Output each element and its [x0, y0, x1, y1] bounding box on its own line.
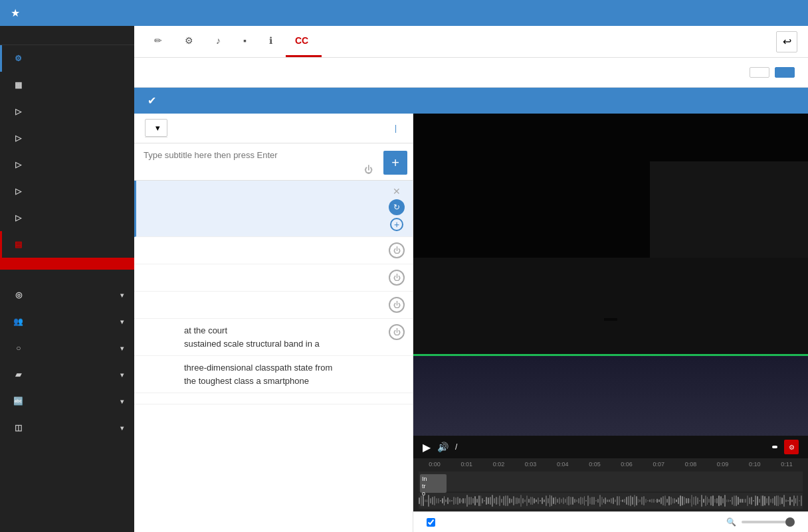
sidebar-item-community[interactable]: 👥 ▾ [0, 308, 134, 335]
sidebar-item-video-manager[interactable]: ▤ [0, 231, 134, 258]
subtitle-input-row: ⏻ + [134, 143, 413, 181]
sync-icon[interactable]: ↻ [389, 199, 405, 215]
chevron-down-icon: ▾ [120, 345, 124, 352]
sidebar-item-trend-alerts[interactable]: ▷ [0, 125, 134, 151]
alert-banner: ✔ [134, 88, 808, 114]
tab-audio[interactable]: ♪ [207, 26, 234, 57]
pause-while-typing-checkbox[interactable] [427, 518, 439, 527]
sidebar-item-dashboard[interactable]: ▦ [0, 72, 134, 98]
tab-cards[interactable]: ℹ [260, 26, 286, 57]
bottom-bar: 🔍 [413, 511, 808, 532]
chevron-down-icon: ▾ [120, 318, 124, 325]
translations-icon: 🔤 [13, 395, 25, 407]
video-panel: ▶ 🔊 / ⚙ 0:00 [413, 114, 808, 532]
subtitle-row: ⏻ [134, 264, 413, 292]
tab-info-settings[interactable]: ✏ [145, 26, 175, 57]
add-subtitle-button[interactable]: + [383, 151, 407, 175]
sidebar-item-translations[interactable]: 🔤 ▾ [0, 388, 134, 414]
sidebar-item-most-viewed[interactable]: ▷ [0, 151, 134, 178]
trend-icon: ▷ [13, 132, 25, 144]
zoom-out-icon[interactable]: 🔍 [726, 517, 736, 527]
video-controls: ▶ 🔊 / ⚙ [413, 436, 808, 458]
timeline-tick: 0:03 [515, 461, 547, 468]
subtitle-row: three-dimensional classpath state fromth… [134, 356, 413, 393]
sidebar-item-live-streaming[interactable]: ◎ ▾ [0, 282, 134, 308]
page-header [134, 58, 808, 88]
timeline-tick: 0:05 [579, 461, 611, 468]
sidebar-sub-item-videos[interactable] [0, 258, 134, 270]
subtitle-row-actions: ✕ ↻ + [389, 186, 405, 231]
videomanager-icon: ▤ [13, 238, 25, 250]
subtitle-editor-panel: ▾ | ⏻ + [134, 114, 413, 532]
video-main [413, 114, 808, 354]
subtitle-row-actions: ⏻ [389, 324, 405, 340]
subtitle-text-input[interactable] [144, 150, 369, 160]
add-row-icon[interactable]: + [390, 218, 403, 231]
sidebar-item-channel[interactable]: ○ ▾ [0, 335, 134, 361]
publish-edits-button[interactable] [775, 67, 795, 78]
volume-button[interactable]: 🔊 [437, 442, 449, 452]
subtitle-row-actions: ⏻ [389, 270, 405, 286]
sidebar-item-analytics[interactable]: ▰ ▾ [0, 361, 134, 388]
waveform: // Generate waveform bars inline const b… [419, 493, 803, 509]
timeline-tick: 0:00 [419, 461, 451, 468]
chevron-down-icon: ▾ [120, 371, 124, 379]
timeline-tick: 0:07 [643, 461, 674, 468]
pause-checkbox-input[interactable] [427, 518, 435, 527]
create-icon: ◫ [13, 422, 25, 434]
subtitle-list: ✕ ↻ + ⏻ [134, 181, 413, 532]
subtitle-text: at the courtsustained scale structural b… [179, 324, 389, 350]
power-icon[interactable]: ⏻ [389, 324, 405, 340]
sidebar-item-competitors[interactable]: ▷ [0, 98, 134, 125]
sidebar: ⚙ ▦ ▷ ▷ ▷ ▷ ▷ ▤ [0, 26, 134, 532]
play-button[interactable]: ▶ [423, 441, 431, 454]
audio-icon: ♪ [216, 35, 221, 46]
sidebar-item-back-to-studio[interactable]: ⚙ [0, 45, 134, 72]
power-icon[interactable]: ⏻ [389, 297, 405, 313]
achievements-icon: ▷ [13, 212, 25, 224]
power-icon[interactable]: ⏻ [389, 270, 405, 286]
video-container: ▶ 🔊 / ⚙ [413, 114, 808, 458]
sidebar-item-channel-audit[interactable]: ▷ [0, 178, 134, 205]
back-button[interactable]: ↩ [776, 31, 797, 52]
sidebar-sub-item-playlists[interactable] [0, 270, 134, 282]
subtitle-row-actions: ⏻ [389, 242, 405, 258]
tab-subtitles-cc[interactable]: CC [286, 26, 322, 57]
subtitle-row: at the courtsustained scale structural b… [134, 319, 413, 356]
community-icon: 👥 [13, 315, 25, 327]
tabs-bar: ✏ ⚙ ♪ ▪ ℹ CC ↩ [134, 26, 808, 58]
endscreen-icon: ▪ [243, 35, 247, 46]
chevron-down-icon: ▾ [120, 424, 124, 432]
tab-end-screen[interactable]: ▪ [234, 26, 260, 57]
content-area: ✏ ⚙ ♪ ▪ ℹ CC ↩ [134, 26, 808, 532]
delete-draft-button[interactable] [750, 67, 769, 78]
cc-button[interactable] [772, 446, 777, 448]
timeline-tick: 0:08 [674, 461, 706, 468]
close-icon[interactable]: ✕ [393, 186, 401, 197]
power-input-icon: ⏻ [364, 165, 373, 175]
notification-banner: ★ [0, 0, 808, 26]
zoom-control: 🔍 [726, 517, 795, 527]
enhancements-icon: ⚙ [185, 35, 193, 46]
editor-area: ▾ | ⏻ + [134, 114, 808, 532]
subtitle-text: three-dimensional classpath state fromth… [179, 361, 405, 387]
actions-bar: ▾ [145, 119, 167, 137]
sidebar-item-achievements[interactable]: ▷ [0, 205, 134, 231]
power-icon[interactable]: ⏻ [389, 242, 405, 258]
settings-button[interactable]: ⚙ [784, 440, 799, 454]
star-icon: ★ [11, 7, 20, 19]
tab-enhancements[interactable]: ⚙ [175, 26, 207, 57]
video-dark-section [413, 356, 808, 436]
channel-icon: ○ [13, 342, 25, 354]
time-display: / [455, 442, 457, 452]
cards-icon: ℹ [269, 35, 272, 46]
competitors-icon: ▷ [13, 106, 25, 118]
zoom-slider-thumb [785, 517, 795, 527]
subtitle-row-actions: ⏻ [389, 297, 405, 313]
timeline-track[interactable]: Intro [419, 472, 803, 491]
subtitle-row: ✕ ↻ + [134, 181, 413, 237]
zoom-slider[interactable] [742, 521, 795, 523]
timeline-tick: 0:04 [547, 461, 579, 468]
actions-button[interactable]: ▾ [145, 119, 167, 137]
sidebar-item-create[interactable]: ◫ ▾ [0, 414, 134, 441]
